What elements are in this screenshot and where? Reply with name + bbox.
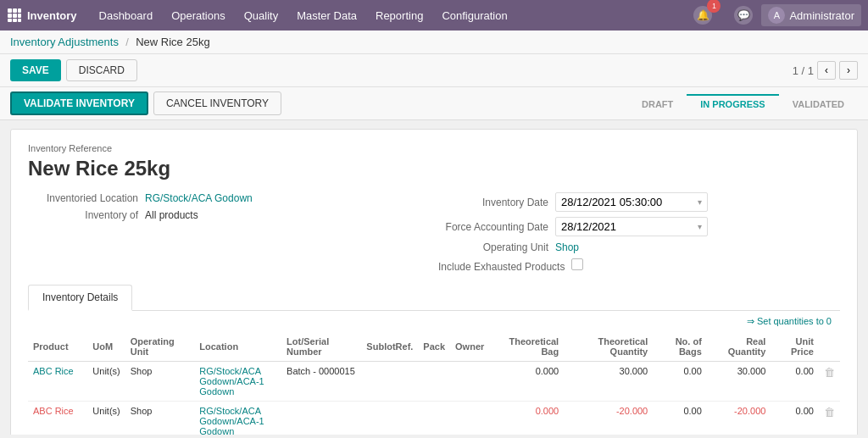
cell-theoretical-qty: 30.000: [564, 362, 653, 402]
col-location: Location: [194, 332, 281, 362]
nav-dashboard[interactable]: Dashboard: [91, 6, 162, 25]
status-validated: VALIDATED: [779, 94, 858, 113]
col-product: Product: [28, 332, 87, 362]
main-content: Inventory Reference New Rice 25kg Invent…: [0, 120, 868, 435]
inventory-date-input[interactable]: 28/12/2021 05:30:00 ▾: [555, 192, 708, 212]
cell-no-bags: 0.00: [653, 362, 707, 402]
chat-icon[interactable]: 💬: [734, 6, 753, 25]
cell-owner: [450, 402, 489, 435]
cell-sublot: [361, 362, 418, 402]
cell-real-qty: -20.000: [707, 402, 771, 435]
action-bar: SAVE DISCARD 1 / 1 ‹ ›: [0, 54, 868, 87]
status-steps: DRAFT IN PROGRESS VALIDATED: [628, 94, 858, 113]
cell-pack: [418, 362, 450, 402]
notification-badge: 1: [707, 0, 721, 13]
cell-real-qty: 30.000: [707, 362, 771, 402]
cell-delete[interactable]: 🗑: [819, 402, 840, 435]
save-button[interactable]: SAVE: [10, 59, 61, 81]
inventory-date-value: 28/12/2021 05:30:00: [561, 196, 662, 208]
discard-button[interactable]: DISCARD: [66, 59, 137, 81]
table-row: ABC Rice Unit(s) Shop RG/Stock/ACA Godow…: [28, 402, 840, 435]
prev-button[interactable]: ‹: [817, 61, 836, 80]
inventoried-location-value[interactable]: RG/Stock/ACA Godown: [145, 192, 253, 204]
inventory-of-field: Inventory of All products: [28, 209, 430, 221]
cell-operating-unit: Shop: [125, 402, 195, 435]
delete-row-icon[interactable]: 🗑: [824, 406, 835, 419]
inventoried-location-label: Inventoried Location: [28, 192, 138, 204]
form-fields: Inventoried Location RG/Stock/ACA Godown…: [28, 192, 840, 273]
force-accounting-field: Force Accounting Date 28/12/2021 ▾: [438, 217, 840, 236]
pagination-text: 1 / 1: [793, 64, 814, 77]
nav-configuration[interactable]: Configuration: [433, 6, 515, 25]
include-exhausted-checkbox[interactable]: [571, 258, 583, 270]
nav-reporting[interactable]: Reporting: [367, 6, 431, 25]
delete-row-icon[interactable]: 🗑: [824, 366, 835, 379]
nav-master-data[interactable]: Master Data: [288, 6, 365, 25]
set-quantities-link[interactable]: ⇒ Set quantities to 0: [28, 311, 840, 332]
col-sublot: SublotRef.: [361, 332, 418, 362]
cell-sublot: [361, 402, 418, 435]
col-uom: UoM: [87, 332, 125, 362]
breadcrumb-current: New Rice 25kg: [136, 36, 209, 48]
nav-menu: Dashboard Operations Quality Master Data…: [91, 6, 694, 25]
svg-rect-6: [8, 19, 12, 22]
col-theoretical-qty: Theoretical Quantity: [564, 332, 653, 362]
tab-inventory-details[interactable]: Inventory Details: [28, 285, 132, 311]
grid-icon: [7, 8, 22, 23]
breadcrumb: Inventory Adjustments / New Rice 25kg: [0, 30, 868, 54]
include-exhausted-field: Include Exhausted Products: [438, 258, 840, 273]
tab-bar: Inventory Details: [28, 285, 840, 311]
nav-operations[interactable]: Operations: [163, 6, 234, 25]
cell-product[interactable]: ABC Rice: [28, 402, 87, 435]
table-row: ABC Rice Unit(s) Shop RG/Stock/ACA Godow…: [28, 362, 840, 402]
app-brand[interactable]: Inventory: [7, 8, 77, 23]
cell-no-bags: 0.00: [653, 402, 707, 435]
svg-rect-8: [18, 19, 21, 22]
col-real-qty: Real Quantity: [707, 332, 771, 362]
inventory-table: Product UoM Operating Unit Location Lot/…: [28, 332, 840, 435]
include-exhausted-checkbox-wrap[interactable]: [571, 258, 583, 270]
inventoried-location-field: Inventoried Location RG/Stock/ACA Godown: [28, 192, 430, 204]
next-button[interactable]: ›: [839, 61, 858, 80]
svg-rect-0: [8, 8, 12, 13]
cell-uom: Unit(s): [87, 362, 125, 402]
form-right: Inventory Date 28/12/2021 05:30:00 ▾ For…: [438, 192, 840, 273]
status-in-progress: IN PROGRESS: [687, 94, 778, 113]
navbar: Inventory Dashboard Operations Quality M…: [0, 0, 868, 30]
force-accounting-value: 28/12/2021: [561, 220, 616, 233]
cell-uom: Unit(s): [87, 402, 125, 435]
cell-lot-serial: Batch - 0000015: [281, 362, 361, 402]
include-exhausted-label: Include Exhausted Products: [438, 261, 565, 273]
cell-delete[interactable]: 🗑: [819, 362, 840, 402]
cancel-inventory-button[interactable]: CANCEL INVENTORY: [153, 91, 281, 115]
svg-rect-1: [13, 8, 17, 13]
breadcrumb-parent[interactable]: Inventory Adjustments: [10, 36, 119, 48]
cell-product[interactable]: ABC Rice: [28, 362, 87, 402]
inventory-date-label: Inventory Date: [438, 197, 548, 208]
cell-location[interactable]: RG/Stock/ACA Godown/ACA-1 Godown: [194, 402, 281, 435]
form-left: Inventoried Location RG/Stock/ACA Godown…: [28, 192, 430, 273]
col-actions: [819, 332, 840, 362]
col-no-bags: No. of Bags: [653, 332, 707, 362]
status-draft: DRAFT: [628, 94, 687, 113]
inventory-of-label: Inventory of: [28, 209, 138, 221]
cell-location[interactable]: RG/Stock/ACA Godown/ACA-1 Godown: [194, 362, 281, 402]
navbar-right: 🔔 1 💬 A Administrator: [693, 4, 861, 26]
status-bar: VALIDATE INVENTORY CANCEL INVENTORY DRAF…: [0, 87, 868, 120]
cell-pack: [418, 402, 450, 435]
user-menu[interactable]: A Administrator: [761, 4, 861, 26]
table-section: ⇒ Set quantities to 0 Product UoM Operat…: [28, 311, 840, 435]
force-accounting-label: Force Accounting Date: [438, 221, 548, 233]
col-operating-unit: Operating Unit: [125, 332, 195, 362]
status-actions: VALIDATE INVENTORY CANCEL INVENTORY: [10, 91, 281, 115]
operating-unit-field: Operating Unit Shop: [438, 241, 840, 253]
validate-inventory-button[interactable]: VALIDATE INVENTORY: [10, 91, 148, 115]
breadcrumb-separator: /: [125, 36, 129, 48]
inv-title: New Rice 25kg: [28, 157, 840, 180]
force-accounting-input[interactable]: 28/12/2021 ▾: [555, 217, 708, 236]
operating-unit-value[interactable]: Shop: [555, 241, 579, 253]
nav-quality[interactable]: Quality: [236, 6, 287, 25]
cell-theoretical-qty: -20.000: [564, 402, 653, 435]
col-pack: Pack: [418, 332, 450, 362]
col-lot-serial: Lot/Serial Number: [281, 332, 361, 362]
